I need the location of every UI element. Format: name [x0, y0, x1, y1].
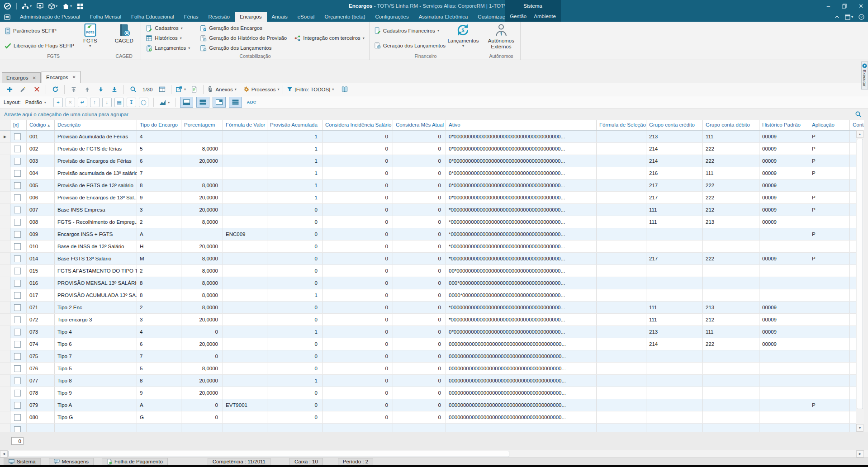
table-row[interactable]: 075Tipo 77000000000000000000000000000000… — [0, 350, 864, 363]
menu-tab-ambiente[interactable]: Ambiente — [530, 12, 560, 21]
table-row[interactable]: 008FGTS - Recolhimento do Empreg...28,00… — [0, 216, 864, 228]
report-button[interactable] — [187, 84, 201, 95]
status-mensagens[interactable]: Mensagens — [49, 458, 94, 465]
column-header-considera-m-s-atual[interactable]: Considera Mês Atual — [393, 120, 446, 130]
column-header-grupo-conta-d-bito[interactable]: Grupo conta débito — [703, 120, 759, 130]
row-checkbox[interactable] — [14, 268, 21, 274]
geracao-encargos-button[interactable]: Geração dos Encargos — [198, 24, 289, 33]
table-row[interactable]: 074Tipo 6620,000000000000000000000000000… — [0, 338, 864, 350]
column-header-conta-gerencial[interactable]: Conta Gerencial — [850, 120, 864, 130]
vertical-scroll-thumb[interactable] — [857, 139, 863, 409]
row-checkbox[interactable] — [14, 243, 21, 250]
export-layout-icon[interactable]: ↑ — [90, 98, 100, 107]
column-header-f-rmula-de-valor[interactable]: Fórmula de Valor — [223, 120, 267, 130]
doc-tab-encargos-2[interactable]: Encargos✕ — [42, 71, 81, 83]
view-mode-bottom-icon[interactable] — [180, 97, 193, 108]
row-checkbox[interactable] — [14, 304, 21, 311]
column-header-f-rmula-de-sele-o[interactable]: Fórmula de Seleção — [597, 120, 646, 130]
row-checkbox[interactable] — [14, 292, 21, 299]
table-row-partial[interactable] — [0, 424, 864, 432]
add-layout-icon[interactable]: + — [53, 98, 63, 107]
row-checkbox[interactable] — [14, 182, 21, 189]
lancamentos-big-button[interactable]: $ Lançamentos ▾ — [447, 22, 479, 54]
integracao-terceiros-dropdown[interactable]: Integração com terceiros▾ — [292, 34, 366, 42]
lancamentos-dropdown[interactable]: Lançamentos▾ — [144, 44, 192, 52]
refresh-button[interactable] — [48, 84, 62, 95]
status-folha-pagamento[interactable]: Folha de Pagamento — [102, 458, 168, 465]
table-row[interactable]: 006Provisão de Encargos de 13º Sal...920… — [0, 192, 864, 204]
table-row[interactable]: 014Base FGTS 13º SalárioM8,0000000*00000… — [0, 253, 864, 265]
column-header-hist-rico-padr-o[interactable]: Histórico Padrão — [759, 120, 809, 130]
export-button[interactable]: ▾ — [174, 84, 187, 95]
menu-tab-esocial[interactable]: eSocial — [293, 12, 320, 22]
row-checkbox[interactable] — [14, 207, 21, 213]
row-checkbox[interactable] — [14, 414, 21, 421]
record-count-box[interactable]: 0 — [11, 437, 24, 445]
table-row[interactable]: 004Provisão acumulada de 13º salário7100… — [0, 167, 864, 179]
liberacao-flags-sefip-button[interactable]: Liberação de Flags SEFIP — [3, 42, 76, 50]
close-tab-icon[interactable]: ✕ — [72, 71, 76, 83]
caged-button[interactable]: CAGED — [110, 22, 138, 54]
first-record-button[interactable] — [67, 84, 81, 95]
scroll-down-icon[interactable]: ▼ — [856, 424, 863, 432]
table-row[interactable]: 078Tipo 9920,000000000000000000000000000… — [0, 387, 864, 399]
parametros-sefip-button[interactable]: Parâmetros SEFIP — [3, 27, 76, 35]
menu-tab-administra-o-de-pessoal[interactable]: Administração de Pessoal — [15, 12, 85, 22]
row-checkbox[interactable] — [14, 158, 21, 165]
row-checkbox[interactable] — [14, 426, 21, 432]
column-header-descri-o[interactable]: Descrição — [55, 120, 137, 130]
horizontal-scroll-thumb[interactable] — [8, 451, 509, 457]
row-checkbox[interactable] — [14, 231, 21, 238]
column-header-aplica-o[interactable]: Aplicação — [809, 120, 850, 130]
table-row[interactable]: 072Tipo encargo 3320,0000000*00000000000… — [0, 314, 864, 326]
row-checkbox[interactable] — [14, 353, 21, 360]
table-row[interactable]: 007Base INSS Empresa320,0000000*00000000… — [0, 204, 864, 216]
menu-tab-folha-mensal[interactable]: Folha Mensal — [85, 12, 126, 22]
sitemap-quick-icon[interactable]: ▾ — [22, 3, 32, 9]
column-header-grupo-conta-cr-dito[interactable]: Grupo conta crédito — [646, 120, 703, 130]
geracao-lancamentos-fin-button[interactable]: Geração dos Lançamentos — [372, 41, 447, 50]
table-row[interactable]: 009Encargos INSS + FGTSAENC009000*000000… — [0, 228, 864, 241]
row-checkbox[interactable] — [14, 170, 21, 177]
row-checkbox[interactable] — [14, 341, 21, 348]
collapse-ribbon-icon[interactable] — [835, 14, 840, 19]
chart-dropdown[interactable]: ▾ — [158, 97, 171, 108]
view-mode-rows-icon[interactable] — [229, 97, 242, 108]
window-switch-icon[interactable]: ▾ — [845, 14, 853, 20]
table-row[interactable]: 016PROVISÃO MENSAL 13º SALÁRIO88,0000000… — [0, 277, 864, 289]
menu-tab-rescis-o[interactable]: Rescisão — [204, 12, 235, 22]
menu-tab-folha-educacional[interactable]: Folha Educacional — [126, 12, 179, 22]
scroll-left-icon[interactable]: ◀ — [0, 450, 8, 458]
autonomos-externos-button[interactable]: AutônomosExternos — [485, 22, 517, 54]
table-row[interactable]: 071Tipo 2 Enc28,0000000*0000000000000000… — [0, 302, 864, 314]
column-header-provis-o-acumulada[interactable]: Provisão Acumulada — [267, 120, 323, 130]
row-checkbox[interactable] — [14, 390, 21, 396]
column-header-porcentagem[interactable]: Porcentagem — [181, 120, 223, 130]
screen-capture-icon[interactable] — [37, 3, 43, 9]
main-menu-icon[interactable] — [4, 14, 10, 20]
print-grid-icon[interactable]: ▤ — [114, 98, 124, 107]
row-checkbox[interactable] — [14, 219, 21, 226]
minimize-button[interactable]: – — [827, 0, 830, 12]
table-row[interactable]: 003Provisão de Encargos de Férias620,000… — [0, 155, 864, 167]
column-header-ativo[interactable]: Ativo — [446, 120, 597, 130]
table-row[interactable]: 010Base de INSS de 13º SalárioH20,000000… — [0, 241, 864, 253]
row-checkbox[interactable] — [14, 194, 21, 201]
row-checkbox[interactable] — [14, 377, 21, 384]
delete-record-button[interactable] — [30, 84, 43, 95]
row-checkbox[interactable] — [14, 133, 21, 140]
table-row[interactable]: 073Tipo 4401000*000000000000000000000000… — [0, 326, 864, 338]
row-checkbox[interactable] — [14, 280, 21, 287]
cadastros-financeiros-dropdown[interactable]: Cadastros Financeiros▾ — [372, 26, 447, 35]
menu-tab-encargos[interactable]: Encargos — [235, 12, 267, 22]
grid-search-icon[interactable] — [855, 111, 862, 118]
table-row[interactable]: ▶001Provisão Acumulada de Férias41000*00… — [0, 131, 864, 143]
search-button[interactable] — [126, 84, 140, 95]
menu-tab-f-rias[interactable]: Férias — [179, 12, 204, 22]
read-card-button[interactable] — [338, 84, 351, 95]
view-mode-right-icon[interactable] — [213, 97, 226, 108]
column-header-considera-incid-ncia-sal-rio[interactable]: Considera Incidência Salário — [323, 120, 393, 130]
layout-select[interactable]: Padrão▾ — [25, 99, 46, 105]
scroll-right-icon[interactable]: ▶ — [856, 450, 864, 458]
row-checkbox[interactable] — [14, 146, 21, 152]
